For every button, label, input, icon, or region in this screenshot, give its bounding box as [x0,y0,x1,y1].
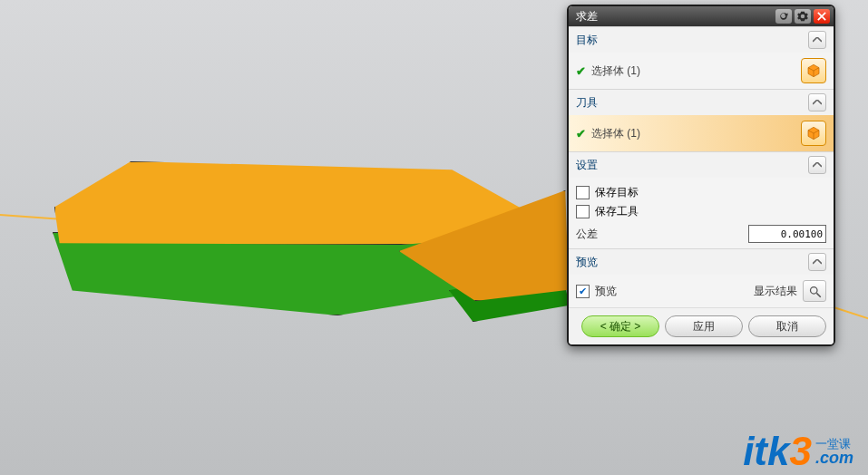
chevron-up-icon[interactable] [808,156,826,174]
dialog-button-row: < 确定 > 应用 取消 [569,307,834,344]
subtract-dialog: 求差 目标 ✔ 选择体 (1) [567,5,835,346]
keep-target-row[interactable]: 保存目标 [576,183,826,202]
solid-body-icon-button[interactable] [801,58,826,83]
chevron-up-icon[interactable] [808,31,826,49]
section-preview-label: 预览 [576,255,808,270]
tolerance-input[interactable] [748,225,826,243]
dialog-titlebar[interactable]: 求差 [569,6,834,26]
dialog-title: 求差 [576,9,773,24]
magnifier-icon [808,285,822,298]
ok-button[interactable]: < 确定 > [581,315,659,337]
keep-target-checkbox[interactable] [576,186,590,199]
watermark: itk3 一堂课 .com [743,433,853,470]
watermark-brand-b: 3 [790,429,812,473]
target-select-label: 选择体 (1) [591,63,795,79]
section-target-header[interactable]: 目标 [569,27,834,53]
section-preview-body: ✔ 预览 显示结果 [569,275,834,307]
close-icon[interactable] [814,9,830,24]
check-icon: ✔ [576,127,586,141]
tool-select-label: 选择体 (1) [591,126,795,141]
tolerance-label: 公差 [576,227,748,242]
section-target-body: ✔ 选择体 (1) [569,53,834,89]
section-tool-label: 刀具 [576,95,808,111]
show-result-button[interactable] [803,280,826,302]
keep-tool-checkbox[interactable] [576,205,590,218]
keep-target-label: 保存目标 [595,185,639,200]
section-preview-header[interactable]: 预览 [569,249,834,275]
target-select-row[interactable]: ✔ 选择体 (1) [576,58,826,83]
section-preview: 预览 ✔ 预览 显示结果 [569,248,834,307]
watermark-domain: .com [815,450,853,466]
tool-select-row[interactable]: ✔ 选择体 (1) [576,121,826,146]
reset-icon[interactable] [775,9,792,24]
preview-checkbox[interactable]: ✔ [576,285,590,298]
solid-face-green-side [449,267,569,322]
chevron-up-icon[interactable] [808,93,826,111]
section-settings-label: 设置 [576,158,808,173]
solid-face-orange-side [399,190,569,301]
keep-tool-label: 保存工具 [595,204,639,219]
solid-face-green-front [53,232,544,315]
cancel-button[interactable]: 取消 [748,315,826,337]
chevron-up-icon[interactable] [808,253,826,271]
solid-body-icon-button[interactable] [801,121,826,146]
apply-button[interactable]: 应用 [665,315,743,337]
axis-line [0,214,63,220]
section-tool-body: ✔ 选择体 (1) [569,115,834,151]
section-settings-body: 保存目标 保存工具 公差 [569,178,834,248]
section-settings-header[interactable]: 设置 [569,152,834,178]
gear-icon[interactable] [795,9,811,24]
svg-line-1 [816,293,820,296]
section-settings: 设置 保存目标 保存工具 公差 [569,151,834,248]
solid-face-orange-top [54,161,564,245]
keep-tool-row[interactable]: 保存工具 [576,202,826,221]
section-target: 目标 ✔ 选择体 (1) [569,26,834,89]
check-icon: ✔ [576,64,586,78]
section-target-label: 目标 [576,33,808,48]
show-result-label: 显示结果 [754,284,797,299]
preview-label: 预览 [595,284,748,299]
svg-point-0 [810,286,817,294]
section-tool-header[interactable]: 刀具 [569,90,834,115]
watermark-brand-a: itk [743,429,789,473]
section-tool: 刀具 ✔ 选择体 (1) [569,89,834,151]
tolerance-row: 公差 [576,221,826,243]
